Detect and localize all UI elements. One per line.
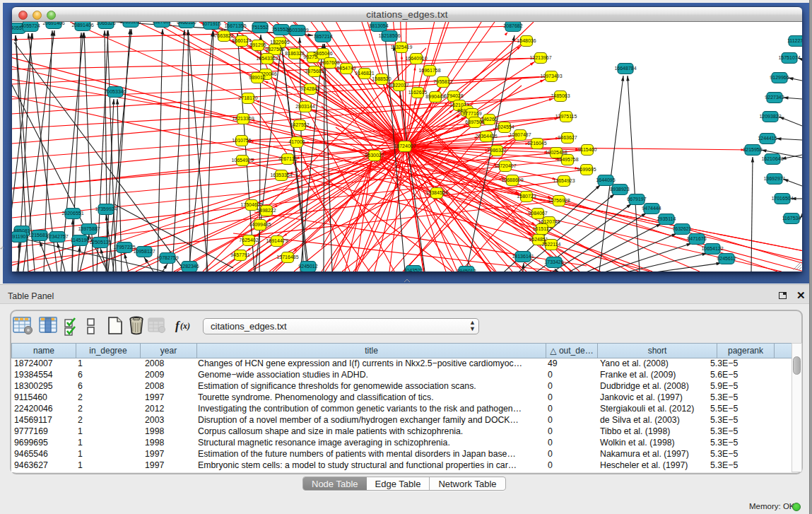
svg-text:5498222: 5498222 [257,208,276,213]
svg-text:17504675: 17504675 [240,202,262,207]
svg-text:3267130: 3267130 [278,156,297,161]
svg-text:1615112: 1615112 [533,226,552,231]
svg-text:13654923: 13654923 [553,178,575,183]
svg-text:8945012: 8945012 [457,269,476,271]
svg-text:1527602: 1527602 [152,22,171,24]
svg-text:16543362: 16543362 [256,56,278,61]
svg-text:9084067: 9084067 [528,211,547,216]
svg-text:1010755: 1010755 [232,138,251,143]
svg-text:8471676: 8471676 [687,236,706,241]
svg-text:(x): (x) [180,321,190,331]
svg-text:5465046: 5465046 [313,51,332,56]
svg-text:10756928: 10756928 [548,198,570,203]
svg-text:17016504: 17016504 [771,196,793,201]
svg-text:15495758: 15495758 [556,157,578,162]
svg-text:16648784: 16648784 [614,66,636,71]
svg-text:7485063: 7485063 [551,93,570,98]
svg-text:7986322: 7986322 [487,148,506,153]
svg-text:2522114: 2522114 [542,242,561,247]
svg-text:17359924: 17359924 [95,206,117,211]
svg-text:10782759: 10782759 [156,255,178,260]
svg-text:20053346: 20053346 [104,89,126,94]
svg-text:3875685: 3875685 [305,69,324,74]
svg-text:2803144: 2803144 [295,104,314,109]
svg-text:9457791: 9457791 [230,252,249,257]
svg-text:14099485: 14099485 [249,222,271,227]
svg-text:12505135: 12505135 [89,240,111,245]
svg-text:10688609: 10688609 [501,177,523,182]
svg-text:20691406: 20691406 [42,22,64,25]
svg-text:2087682: 2087682 [503,23,522,28]
svg-text:1733426: 1733426 [544,259,563,264]
svg-text:16640910: 16640910 [405,56,427,61]
svg-text:10958127: 10958127 [133,249,155,254]
svg-text:1548036: 1548036 [517,38,536,43]
svg-text:2867608: 2867608 [320,60,339,65]
svg-text:8427552: 8427552 [290,122,309,127]
svg-text:1580723: 1580723 [517,194,536,199]
svg-text:8186328: 8186328 [285,51,304,56]
svg-text:891295: 891295 [249,42,266,47]
svg-text:6897508: 6897508 [465,119,484,124]
svg-text:8660124: 8660124 [232,38,251,43]
svg-text:6794028: 6794028 [444,93,463,98]
svg-text:18724007: 18724007 [394,144,416,148]
svg-text:9242845: 9242845 [300,86,319,91]
svg-text:3024554: 3024554 [495,124,514,129]
svg-text:12342757: 12342757 [46,234,68,239]
svg-text:13975115: 13975115 [555,114,577,119]
svg-text:20206551: 20206551 [61,211,83,216]
svg-text:13218506: 13218506 [378,33,400,38]
svg-text:7625402: 7625402 [239,238,258,243]
svg-text:13692971: 13692971 [763,176,785,181]
svg-text:2718170: 2718170 [238,95,257,100]
svg-text:1071915: 1071915 [201,22,220,26]
svg-text:9129966: 9129966 [770,75,789,80]
svg-text:14136141: 14136141 [512,254,534,259]
svg-text:417006: 417006 [288,139,305,144]
svg-text:7857214: 7857214 [313,34,332,39]
svg-text:16671355: 16671355 [224,23,246,28]
svg-text:13716485: 13716485 [276,255,298,259]
svg-text:10807487: 10807487 [509,132,531,137]
svg-text:13975887: 13975887 [78,226,100,231]
svg-text:16961758: 16961758 [418,68,440,73]
svg-text:8938923: 8938923 [610,187,629,192]
svg-text:8322037: 8322037 [389,83,408,88]
svg-text:17957225: 17957225 [113,245,135,250]
svg-text:8990448: 8990448 [425,94,445,99]
svg-text:8813054: 8813054 [369,23,388,28]
svg-text:15720407: 15720407 [494,163,516,168]
svg-text:12093822: 12093822 [759,114,781,119]
svg-text:16033809: 16033809 [286,28,308,33]
svg-text:16210643: 16210643 [761,156,783,161]
svg-text:2935114: 2935114 [657,216,676,221]
svg-text:9463627: 9463627 [558,135,577,140]
svg-text:1145190: 1145190 [71,238,90,243]
svg-text:9827508: 9827508 [265,47,284,52]
svg-text:1162615: 1162615 [408,90,428,95]
svg-text:10973493: 10973493 [540,74,562,78]
svg-text:19384554: 19384554 [425,190,447,195]
svg-text:20364436: 20364436 [475,134,497,139]
svg-text:10653267: 10653267 [119,22,141,24]
svg-text:20891406: 20891406 [71,23,93,28]
svg-text:6679197: 6679197 [627,197,646,201]
svg-text:1043521: 1043521 [404,268,423,271]
svg-text:3911901: 3911901 [12,234,28,239]
svg-text:9474444: 9474444 [642,206,661,211]
svg-text:11325419: 11325419 [391,45,413,49]
svg-text:6466160: 6466160 [177,22,196,25]
svg-text:1244415: 1244415 [758,136,777,141]
svg-text:1167534: 1167534 [782,216,801,221]
svg-text:1588520: 1588520 [372,76,391,81]
svg-text:6216045: 6216045 [527,141,546,146]
svg-text:12213967: 12213967 [529,55,551,60]
svg-text:7632621: 7632621 [672,226,691,231]
svg-text:9699695: 9699695 [577,167,596,172]
svg-text:10654122: 10654122 [701,246,723,251]
svg-text:989012: 989012 [249,75,265,80]
svg-text:16914479: 16914479 [266,238,288,243]
svg-text:9227342: 9227342 [765,95,784,100]
svg-text:9115460: 9115460 [578,147,597,152]
